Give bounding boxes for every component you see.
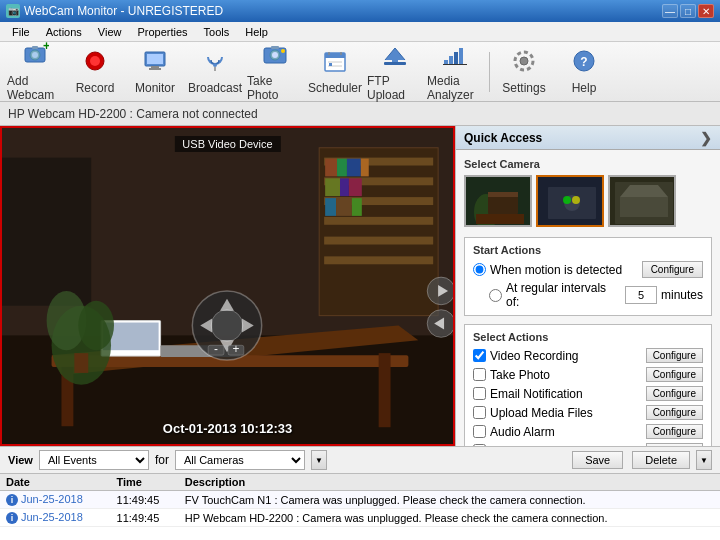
help-icon: ? — [570, 49, 598, 79]
launch-program-checkbox[interactable] — [473, 444, 486, 446]
minimize-button[interactable]: — — [662, 4, 678, 18]
svg-rect-54 — [325, 198, 336, 216]
select-actions-group: Select Actions Video Recording Configure… — [464, 324, 712, 446]
camera-thumbnails — [464, 175, 712, 227]
audio-alarm-configure[interactable]: Configure — [646, 424, 703, 439]
camera-thumbnail-2[interactable] — [536, 175, 604, 227]
log-time-1: 11:49:45 — [111, 509, 179, 527]
cam-thumb-bg-3 — [610, 177, 674, 225]
ftp-upload-button[interactable]: FTP Upload — [366, 46, 424, 98]
action-audio-alarm: Audio Alarm Configure — [473, 424, 703, 439]
col-description: Description — [179, 474, 720, 491]
svg-rect-50 — [361, 159, 369, 177]
svg-text:-: - — [214, 342, 218, 356]
help-button[interactable]: ? Help — [555, 46, 613, 98]
quick-access-expand-icon[interactable]: ❯ — [700, 130, 712, 146]
log-time-0: 11:49:45 — [111, 491, 179, 509]
action-upload: Upload Media Files Configure — [473, 405, 703, 420]
launch-program-configure[interactable]: Configure — [646, 443, 703, 446]
cam-thumb-bg-1 — [466, 177, 530, 225]
action-video-recording: Video Recording Configure — [473, 348, 703, 363]
monitor-label: Monitor — [135, 81, 175, 95]
audio-alarm-label: Audio Alarm — [490, 425, 555, 439]
take-photo-icon — [261, 42, 289, 72]
settings-button[interactable]: Settings — [495, 46, 553, 98]
take-photo-checkbox[interactable] — [473, 368, 486, 381]
video-area: USB Video Device — [0, 126, 455, 446]
svg-rect-49 — [347, 159, 361, 177]
cameras-dropdown-arrow[interactable]: ▼ — [311, 450, 327, 470]
menu-view[interactable]: View — [90, 24, 130, 40]
svg-rect-39 — [2, 158, 91, 306]
take-photo-configure[interactable]: Configure — [646, 367, 703, 382]
video-timestamp: Oct-01-2013 10:12:33 — [163, 421, 292, 436]
filter-extra-dropdown[interactable]: ▼ — [696, 450, 712, 470]
log-icon-1: i — [6, 512, 18, 524]
save-button[interactable]: Save — [572, 451, 623, 469]
motion-detected-radio[interactable] — [473, 263, 486, 276]
upload-checkbox[interactable] — [473, 406, 486, 419]
broadcast-button[interactable]: Broadcast — [186, 46, 244, 98]
email-checkbox[interactable] — [473, 387, 486, 400]
media-analyzer-button[interactable]: Media Analyzer — [426, 46, 484, 98]
svg-rect-25 — [392, 56, 398, 62]
action-launch-program: Launch a Program Configure — [473, 443, 703, 446]
take-photo-button[interactable]: Take Photo — [246, 46, 304, 98]
interval-input[interactable] — [625, 286, 657, 304]
quick-access-title: Quick Access — [464, 131, 542, 145]
svg-rect-48 — [337, 159, 347, 177]
toolbar-separator — [489, 52, 490, 92]
svg-rect-94 — [620, 197, 668, 217]
scheduler-button[interactable]: Scheduler — [306, 46, 364, 98]
quick-access-header: Quick Access ❯ — [456, 126, 720, 150]
menu-file[interactable]: File — [4, 24, 38, 40]
record-label: Record — [76, 81, 115, 95]
log-table-row: iJun-25-2018 11:49:45 FV TouchCam N1 : C… — [0, 491, 720, 509]
monitor-button[interactable]: Monitor — [126, 46, 184, 98]
log-description-1: HP Webcam HD-2200 : Camera was unplugged… — [179, 509, 720, 527]
right-panel: Quick Access ❯ Select Camera — [455, 126, 720, 446]
take-photo-label: Take Photo — [247, 74, 303, 102]
svg-rect-51 — [325, 178, 340, 196]
svg-point-6 — [90, 56, 100, 66]
menu-properties[interactable]: Properties — [129, 24, 195, 40]
log-table-row: iJun-25-2018 11:49:45 HP Webcam HD-2200 … — [0, 509, 720, 527]
menubar: File Actions View Properties Tools Help — [0, 22, 720, 42]
menu-actions[interactable]: Actions — [38, 24, 90, 40]
audio-alarm-checkbox[interactable] — [473, 425, 486, 438]
ftp-upload-icon — [381, 42, 409, 72]
camera-thumbnail-1[interactable] — [464, 175, 532, 227]
upload-configure[interactable]: Configure — [646, 405, 703, 420]
interval-radio[interactable] — [489, 289, 502, 302]
svg-rect-9 — [151, 66, 159, 68]
events-select[interactable]: All Events — [39, 450, 149, 470]
titlebar-title: WebCam Monitor - UNREGISTERED — [24, 4, 223, 18]
select-camera-label: Select Camera — [464, 158, 712, 170]
broadcast-icon — [201, 49, 229, 79]
menu-tools[interactable]: Tools — [196, 24, 238, 40]
log-date-0: iJun-25-2018 — [0, 491, 111, 509]
log-icon-0: i — [6, 494, 18, 506]
video-recording-configure[interactable]: Configure — [646, 348, 703, 363]
log-description-0: FV TouchCam N1 : Camera was unplugged. P… — [179, 491, 720, 509]
svg-rect-31 — [443, 64, 467, 65]
svg-rect-52 — [340, 178, 349, 196]
video-recording-checkbox[interactable] — [473, 349, 486, 362]
add-webcam-button[interactable]: + Add Webcam — [6, 46, 64, 98]
close-button[interactable]: ✕ — [698, 4, 714, 18]
cameras-select[interactable]: All Cameras — [175, 450, 305, 470]
svg-rect-26 — [384, 62, 406, 65]
action-email: Email Notification Configure — [473, 386, 703, 401]
camera-thumbnail-3[interactable] — [608, 175, 676, 227]
svg-point-90 — [563, 196, 571, 204]
svg-rect-44 — [324, 217, 433, 225]
svg-rect-29 — [454, 52, 458, 65]
motion-configure-button[interactable]: Configure — [642, 261, 703, 278]
email-configure[interactable]: Configure — [646, 386, 703, 401]
svg-point-66 — [78, 301, 114, 350]
svg-rect-45 — [324, 237, 433, 245]
maximize-button[interactable]: □ — [680, 4, 696, 18]
delete-button[interactable]: Delete — [632, 451, 690, 469]
record-button[interactable]: Record — [66, 46, 124, 98]
menu-help[interactable]: Help — [237, 24, 276, 40]
